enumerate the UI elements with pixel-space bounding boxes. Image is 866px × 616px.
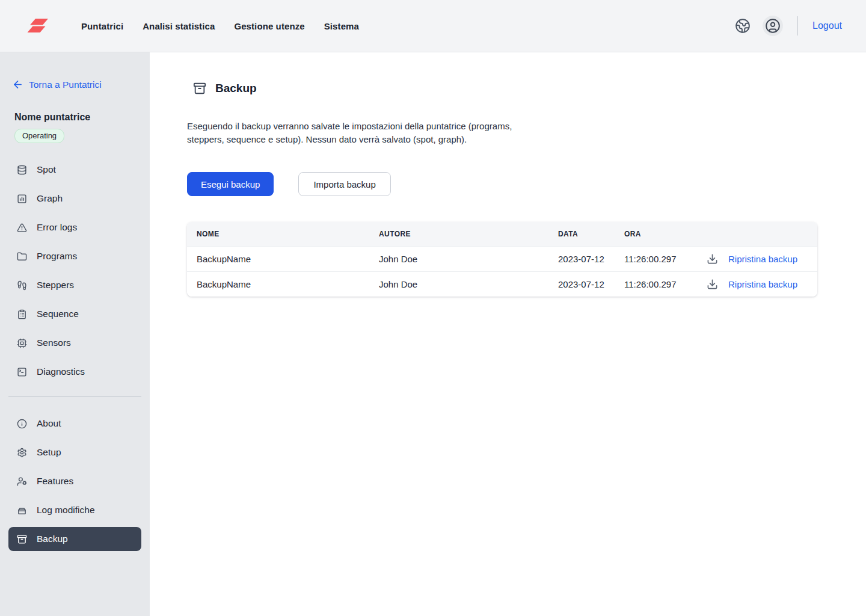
status-badge: Operating [14, 129, 64, 143]
sidebar-item-label: Features [37, 476, 73, 487]
author-cell: John Doe [379, 279, 558, 289]
column-header-autore: AUTORE [379, 230, 558, 238]
restore-backup-link[interactable]: Ripristina backup [728, 279, 808, 289]
sidebar-item-label: Backup [37, 534, 68, 544]
sidebar-item-steppers[interactable]: Steppers [8, 273, 141, 297]
author-cell: John Doe [379, 254, 558, 264]
sidebar-item-features[interactable]: Features [8, 469, 141, 493]
backup-name-cell: BackupName [197, 279, 379, 289]
logo-icon [27, 17, 49, 34]
user-circle-icon [765, 18, 781, 34]
sidebar-item-label: Programs [37, 251, 77, 262]
backups-table: NOME AUTORE DATA ORA BackupName John Doe… [187, 222, 817, 297]
globe-icon [735, 18, 751, 34]
machine-name: Nome puntatrice [14, 112, 135, 123]
page-title-text: Backup [215, 82, 257, 95]
sidebar-item-about[interactable]: About [8, 411, 141, 436]
header-divider [797, 16, 798, 35]
backup-description: Eseguendo il backup verranno salvate le … [187, 120, 521, 146]
archive-icon [17, 534, 27, 544]
info-icon [17, 419, 27, 429]
sidebar-item-label: Sequence [37, 309, 79, 319]
sidebar-item-label: Sensors [37, 337, 71, 348]
sidebar-item-label: Setup [37, 447, 61, 458]
restore-backup-link[interactable]: Ripristina backup [728, 254, 808, 264]
column-header-ora: ORA [624, 230, 696, 238]
archive-icon [193, 82, 206, 95]
column-header-data: DATA [558, 230, 624, 238]
time-cell: 11:26:00.297 [624, 279, 696, 289]
import-backup-button[interactable]: Importa backup [298, 172, 390, 196]
sidebar-divider [8, 396, 141, 397]
sidebar-item-label: Graph [37, 193, 63, 204]
download-backup-button[interactable] [696, 279, 728, 290]
sidebar-item-label: Diagnostics [37, 366, 85, 377]
sidebar-item-diagnostics[interactable]: Diagnostics [8, 360, 141, 384]
gear-icon [17, 448, 27, 458]
download-icon [707, 279, 718, 290]
sidebar-item-label: Spot [37, 164, 56, 175]
main-content: Backup Eseguendo il backup verranno salv… [150, 52, 866, 616]
sidebar-item-label: About [37, 418, 61, 429]
sidebar-item-spot[interactable]: Spot [8, 158, 141, 182]
sidebar-menu-secondary: About Setup Features [0, 411, 150, 551]
top-bar: Puntatrici Analisi statistica Gestione u… [0, 0, 866, 52]
top-bar-right: Logout [735, 16, 842, 36]
bar-chart-icon [17, 194, 27, 204]
sidebar-item-backup[interactable]: Backup [8, 527, 141, 551]
nav-item-gestione-utenze[interactable]: Gestione utenze [234, 21, 304, 31]
user-gear-icon [17, 476, 27, 487]
page-layout: Torna a Puntatrici Nome puntatrice Opera… [0, 52, 866, 616]
nav-item-sistema[interactable]: Sistema [324, 21, 359, 31]
app-logo[interactable] [27, 17, 49, 34]
sidebar-item-sequence[interactable]: Sequence [8, 302, 141, 326]
execute-backup-button[interactable]: Esegui backup [187, 172, 274, 196]
arrow-left-icon [12, 79, 23, 90]
sidebar-item-setup[interactable]: Setup [8, 440, 141, 464]
sidebar-item-label: Error logs [37, 222, 77, 233]
table-row: BackupName John Doe 2023-07-12 11:26:00.… [187, 246, 817, 271]
back-link-label: Torna a Puntatrici [29, 79, 102, 90]
clipboard-list-icon [17, 309, 27, 319]
page-title: Backup [193, 82, 818, 95]
sidebar-item-sensors[interactable]: Sensors [8, 331, 141, 355]
alert-triangle-icon [17, 223, 27, 233]
cpu-icon [17, 338, 27, 348]
top-nav: Puntatrici Analisi statistica Gestione u… [81, 21, 359, 31]
footprints-icon [17, 280, 27, 291]
sidebar-item-label: Steppers [37, 280, 74, 291]
machine-info: Nome puntatrice Operating [14, 112, 135, 143]
sidebar-item-log-modifiche[interactable]: Log modifiche [8, 498, 141, 522]
date-cell: 2023-07-12 [558, 279, 624, 289]
sidebar-item-graph[interactable]: Graph [8, 186, 141, 211]
folder-icon [17, 251, 27, 262]
column-header-nome: NOME [197, 230, 379, 238]
table-header-row: NOME AUTORE DATA ORA [187, 222, 817, 246]
sidebar: Torna a Puntatrici Nome puntatrice Opera… [0, 52, 150, 616]
download-icon [707, 253, 718, 265]
sidebar-item-label: Log modifiche [37, 505, 95, 516]
table-row: BackupName John Doe 2023-07-12 11:26:00.… [187, 271, 817, 297]
logout-link[interactable]: Logout [812, 20, 842, 31]
database-icon [17, 165, 27, 175]
time-cell: 11:26:00.297 [624, 254, 696, 264]
terminal-icon [17, 367, 27, 377]
language-globe-button[interactable] [735, 18, 751, 34]
date-cell: 2023-07-12 [558, 254, 624, 264]
backup-actions: Esegui backup Importa backup [187, 172, 818, 196]
download-backup-button[interactable] [696, 253, 728, 265]
box-lid-icon [17, 505, 27, 516]
sidebar-menu-primary: Spot Graph Error logs Programs [0, 158, 150, 384]
nav-item-analisi-statistica[interactable]: Analisi statistica [143, 21, 215, 31]
user-avatar-button[interactable] [763, 16, 783, 36]
sidebar-item-programs[interactable]: Programs [8, 244, 141, 268]
back-to-puntatrici-link[interactable]: Torna a Puntatrici [12, 79, 150, 90]
nav-item-puntatrici[interactable]: Puntatrici [81, 21, 123, 31]
sidebar-item-error-logs[interactable]: Error logs [8, 215, 141, 239]
backup-name-cell: BackupName [197, 254, 379, 264]
